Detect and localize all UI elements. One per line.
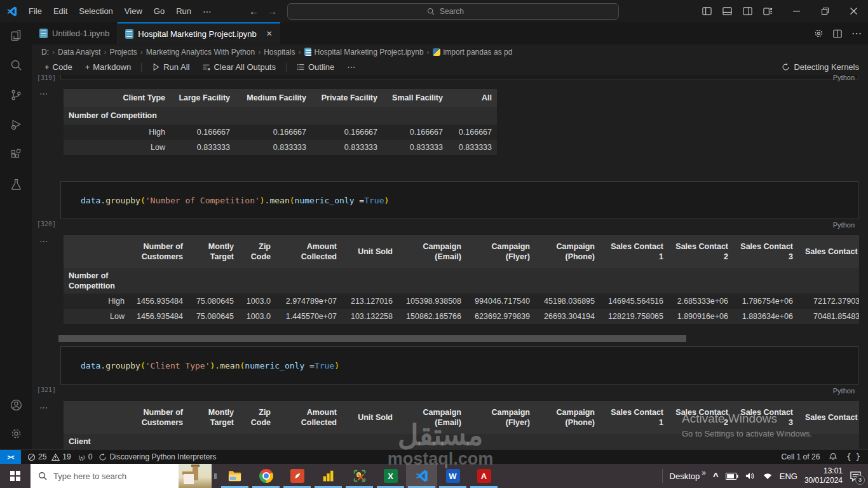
speaker-icon[interactable]	[745, 471, 756, 480]
sync-icon	[98, 453, 107, 461]
taskbar-powerbi[interactable]	[313, 464, 344, 488]
toolbar-more-icon[interactable]: ⋯	[342, 62, 360, 72]
cell-language-label[interactable]: Python	[833, 387, 855, 395]
explorer-icon[interactable]	[10, 29, 23, 42]
table-cell: 0.166667	[170, 125, 235, 140]
wifi-icon[interactable]	[763, 472, 773, 480]
activity-bar-bottom	[10, 398, 23, 449]
breadcrumb-item[interactable]: Hospitals	[264, 48, 295, 57]
search-sidebar-icon[interactable]	[10, 58, 23, 72]
start-button[interactable]	[0, 464, 31, 488]
taskbar-acrobat[interactable]: A	[468, 464, 499, 488]
chevron-double-icon[interactable]: »	[702, 468, 706, 477]
action-center[interactable]: 3	[850, 471, 862, 482]
forward-arrow-icon[interactable]: →	[268, 6, 277, 17]
add-markdown-cell-button[interactable]: +Markdown	[80, 62, 137, 72]
customize-layout-icon[interactable]	[763, 6, 773, 16]
taskbar-chrome[interactable]	[250, 464, 281, 488]
clear-all-outputs-button[interactable]: Clear All Outputs	[197, 62, 281, 72]
code-line[interactable]: data.groupby('Client Type').mean(numeric…	[81, 361, 339, 370]
taskbar-file-explorer[interactable]	[219, 464, 250, 488]
code-line[interactable]: data.groupby('Number of Competition').me…	[81, 196, 389, 205]
clock[interactable]: 13:01 30/01/2024	[804, 466, 843, 485]
testing-icon[interactable]	[10, 178, 23, 191]
tab-hospital-marketing[interactable]: Hospital Marketing Project.ipynb ✕	[118, 22, 280, 44]
accounts-icon[interactable]	[10, 398, 23, 412]
taskbar-search-input[interactable]	[52, 471, 179, 482]
split-editor-icon[interactable]	[833, 29, 842, 38]
code-cell-320[interactable]: data.groupby('Number of Competition').me…	[60, 181, 858, 219]
output-options-icon[interactable]: ⋯	[39, 403, 48, 412]
outline-button[interactable]: Outline	[292, 62, 339, 72]
restore-button[interactable]	[811, 0, 839, 22]
settings-gear-icon[interactable]	[10, 427, 23, 440]
desktop-toolbar[interactable]: Desktop »	[670, 471, 706, 481]
problems-indicator[interactable]: 25 19	[27, 452, 71, 461]
search-input[interactable]	[438, 6, 479, 17]
run-all-button[interactable]: Run All	[147, 62, 194, 72]
breadcrumb-item[interactable]: D:	[41, 48, 49, 57]
menu-view[interactable]: View	[119, 0, 148, 22]
cell-language-label[interactable]: Python	[833, 221, 855, 229]
breadcrumb-item[interactable]: Marketing Analytics With Python	[146, 48, 255, 57]
menu-file[interactable]: File	[23, 0, 48, 22]
taskbar-picpick[interactable]	[344, 464, 375, 488]
tab-close-icon[interactable]: ✕	[266, 29, 273, 38]
add-code-label: Code	[53, 62, 72, 72]
source-control-icon[interactable]	[10, 88, 23, 102]
close-button[interactable]	[839, 0, 868, 22]
taskbar-vscode-active[interactable]	[406, 464, 437, 488]
python-discovery-status[interactable]: Discovering Python Interpreters	[98, 452, 216, 461]
more-actions-icon[interactable]: ⋯	[851, 27, 862, 39]
column-header: Campaign (Flyer)	[466, 235, 535, 268]
taskbar-excel[interactable]: X	[375, 464, 406, 488]
braces-icon[interactable]: { }	[846, 452, 860, 461]
extensions-icon[interactable]	[10, 148, 23, 161]
cell-indicator[interactable]: Cell 1 of 26	[782, 452, 820, 461]
taskbar-word[interactable]: W	[437, 464, 468, 488]
toggle-secondary-sidebar-icon[interactable]	[743, 6, 752, 16]
vscode-logo-icon	[6, 6, 18, 17]
battery-icon[interactable]	[726, 472, 738, 480]
output-options-icon[interactable]: ⋯	[39, 89, 48, 98]
toggle-panel-icon[interactable]	[722, 6, 732, 16]
menu-run[interactable]: Run	[170, 0, 197, 22]
toggle-sidebar-icon[interactable]	[702, 6, 712, 16]
cell-language-label[interactable]: Python	[833, 75, 855, 81]
hidden-icons-chevron[interactable]: ^	[713, 471, 719, 482]
add-code-cell-button[interactable]: +Code	[39, 62, 78, 72]
ports-indicator[interactable]: 0	[78, 452, 93, 461]
plus-icon: +	[44, 62, 50, 72]
code-cell-321[interactable]: data.groupby('Client Type').mean(numeric…	[60, 346, 858, 385]
menu-go[interactable]: Go	[148, 0, 170, 22]
breadcrumb-item[interactable]: Projects	[109, 48, 137, 57]
code-cell-319-bottom[interactable]	[60, 75, 858, 79]
breadcrumb-symbol[interactable]: import pandas as pd	[444, 48, 513, 57]
groupby-competition-mean-table: Number of Customers Montly Target Zip Co…	[64, 235, 859, 324]
menu-edit[interactable]: Edit	[48, 0, 73, 22]
command-center-search[interactable]	[287, 3, 619, 20]
menu-selection[interactable]: Selection	[73, 0, 118, 22]
breadcrumb-file[interactable]: Hospital Marketing Project.ipynb	[315, 48, 424, 57]
breadcrumb-item[interactable]: Data Analyst	[58, 48, 100, 57]
notifications-bell-icon[interactable]	[829, 452, 837, 461]
table-cell: 1.890916e+06	[668, 309, 733, 324]
client-type-crosstab-table: Client Type Large Facility Medium Facili…	[64, 89, 497, 155]
menu-more-icon[interactable]: ⋯	[197, 6, 217, 17]
taskbar-foxit[interactable]	[281, 464, 313, 488]
warning-icon	[51, 453, 60, 461]
kernel-status[interactable]: Detecting Kernels	[782, 62, 868, 72]
back-arrow-icon[interactable]: ←	[249, 6, 259, 17]
output-options-icon[interactable]: ⋯	[39, 236, 48, 246]
run-debug-icon[interactable]	[10, 118, 23, 132]
execution-count: [321]	[37, 386, 56, 393]
remote-indicator[interactable]: ><	[0, 450, 21, 464]
tab-untitled[interactable]: Untitled-1.ipynb	[32, 22, 118, 44]
horizontal-scrollbar[interactable]	[58, 335, 686, 342]
taskbar-search[interactable]	[31, 464, 212, 488]
title-bar: File Edit Selection View Go Run ⋯ ← →	[0, 0, 868, 22]
language-indicator[interactable]: ENG	[780, 471, 797, 481]
search-highlight-image[interactable]	[179, 464, 212, 488]
settings-gear-icon[interactable]	[814, 29, 824, 38]
minimize-button[interactable]	[782, 0, 811, 22]
